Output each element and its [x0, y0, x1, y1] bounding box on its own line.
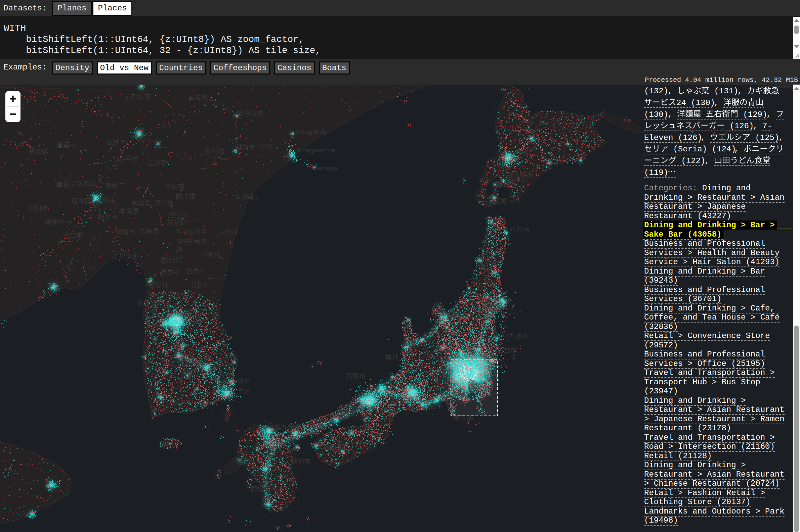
svg-text:7-: 7- [762, 121, 772, 131]
svg-text:Eleven (126): Eleven (126) [644, 133, 702, 142]
svg-text:Владивосток: Владивосток [298, 147, 336, 154]
svg-text:,: , [766, 110, 776, 119]
svg-text:(126): (126) [725, 121, 753, 131]
svg-text:(132): (132) [644, 87, 668, 96]
svg-text:,: , [668, 87, 677, 96]
svg-text:(119): (119) [644, 168, 668, 177]
svg-text:Находка: Находка [313, 165, 338, 172]
svg-text:(129): (129) [738, 110, 767, 119]
svg-text:(122): (122) [676, 156, 705, 166]
svg-text:24 (130): 24 (130) [676, 98, 715, 108]
svg-text:,: , [753, 121, 763, 131]
svg-text:,: , [734, 145, 744, 154]
svg-text:(125): (125) [750, 133, 779, 142]
svg-text:,: , [779, 133, 783, 142]
svg-text:,: , [738, 87, 747, 96]
svg-text:,: , [714, 98, 724, 108]
svg-text:,: , [701, 133, 710, 142]
svg-text:,: , [668, 110, 677, 119]
svg-text:,: , [705, 156, 714, 166]
svg-text:(131): (131) [709, 87, 738, 96]
svg-text:(130): (130) [644, 110, 668, 119]
svg-text:(Seria) (124): (Seria) (124) [668, 145, 736, 154]
svg-text:Уссурийск: Уссурийск [296, 129, 326, 136]
